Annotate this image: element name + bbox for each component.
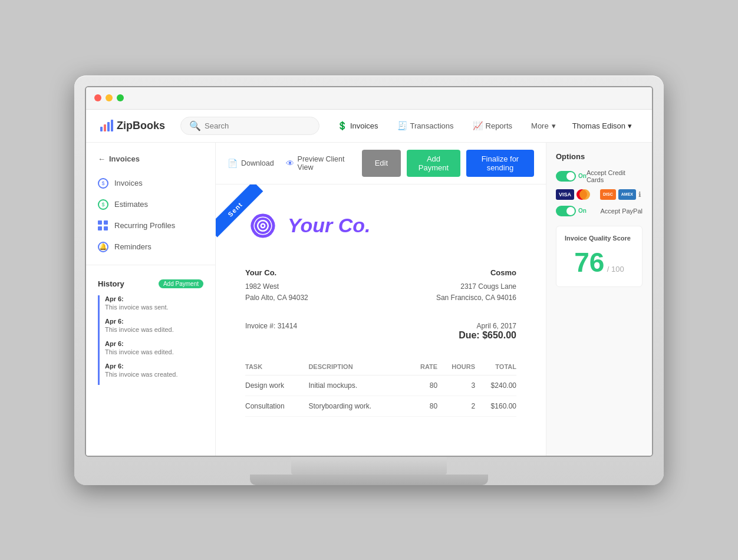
row2-description: Storyboarding work. (308, 396, 410, 416)
row1-task: Design work (245, 375, 308, 396)
invoice-parties: Your Co. 1982 West Palo Alto, CA 94032 C… (245, 267, 516, 304)
logo: ZipBooks (100, 120, 165, 132)
search-icon: 🔍 (189, 120, 201, 131)
invoice-due-amount: Due: $650.00 (459, 330, 516, 341)
history-text-3: This invoice was edited. (105, 348, 174, 355)
invoice-from: Your Co. 1982 West Palo Alto, CA 94032 (245, 267, 308, 304)
quality-score: 76 (574, 247, 604, 278)
preview-label: Preview Client View (298, 155, 350, 172)
paypal-option: On Accept PayPal (556, 206, 643, 216)
quality-section: Invoice Quality Score 76 / 100 (556, 226, 643, 287)
invoice-date: April 6, 2017 (459, 322, 516, 330)
history-timeline-line (98, 295, 100, 318)
invoices-icon: 💲 (337, 121, 347, 130)
invoice-paper: Sent Your Co. (216, 185, 546, 456)
add-payment-badge[interactable]: Add Payment (159, 279, 203, 288)
history-content-1: Apr 6: This invoice was sent. (98, 295, 169, 311)
nav-invoices[interactable]: 💲 Invoices (329, 117, 387, 134)
history-timeline-line-2 (98, 318, 100, 340)
mastercard-icon (576, 189, 587, 200)
window-controls (94, 94, 124, 101)
sidebar-reminders-label: Reminders (114, 242, 151, 251)
user-menu[interactable]: Thomas Edison ▾ (566, 118, 638, 134)
history-date-1: Apr 6: (105, 295, 169, 302)
col-rate: Rate (410, 358, 437, 375)
row1-hours: 3 (437, 375, 475, 396)
paypal-toggle-wrap: On (556, 206, 587, 216)
preview-link[interactable]: 👁 Preview Client View (286, 155, 350, 172)
maximize-button[interactable] (117, 94, 124, 101)
credit-cards-label: Accept Credit Cards (587, 169, 643, 183)
nav-invoices-label: Invoices (350, 121, 378, 130)
invoices-menu-icon: $ (98, 178, 108, 189)
add-payment-button[interactable]: Add Payment (407, 150, 460, 177)
history-date-3: Apr 6: (105, 340, 174, 347)
row2-rate: 80 (410, 396, 437, 416)
to-address2: San Francisco, CA 94016 (436, 292, 516, 304)
history-content-4: Apr 6: This invoice was created. (98, 363, 178, 378)
history-content-2: Apr 6: This invoice was edited. (98, 318, 174, 333)
history-entry-2: Apr 6: This invoice was edited. (98, 318, 203, 333)
sidebar-item-profiles[interactable]: Recurring Profiles (86, 215, 215, 236)
col-hours: Hours (437, 358, 475, 375)
history-section: History Add Payment Apr 6: This invoice … (86, 272, 215, 378)
history-text-4: This invoice was created. (105, 371, 178, 378)
edit-button[interactable]: Edit (362, 150, 401, 177)
invoice-table-header: Task Description Rate Hours Total (245, 358, 516, 375)
due-label: Due: (459, 330, 480, 340)
invoice-area: Sent Your Co. (216, 185, 546, 456)
sidebar-divider (86, 265, 215, 265)
minimize-button[interactable] (106, 94, 113, 101)
history-entry-3: Apr 6: This invoice was edited. (98, 340, 203, 355)
sidebar-item-estimates[interactable]: $ Estimates (86, 194, 215, 215)
invoice-due: April 6, 2017 Due: $650.00 (459, 322, 516, 341)
credit-cards-option: On Accept Credit Cards (556, 169, 643, 183)
finalize-button[interactable]: Finalize for sending (466, 150, 534, 177)
due-amount: $650.00 (482, 330, 516, 340)
col-description: Description (308, 358, 410, 375)
sidebar-item-invoices[interactable]: $ Invoices (86, 173, 215, 194)
to-name: Cosmo (436, 267, 516, 279)
invoice-header: Your Co. (245, 208, 516, 243)
close-button[interactable] (94, 94, 101, 101)
search-input[interactable] (205, 121, 311, 130)
nav-transactions[interactable]: 🧾 Transactions (389, 117, 462, 134)
options-title: Options (556, 152, 643, 161)
history-timeline-line-4 (98, 363, 100, 385)
reports-icon: 📈 (473, 121, 483, 130)
sidebar-menu: $ Invoices $ Estimates Recurring Profile… (86, 173, 215, 258)
discover-icon: DISC (600, 189, 616, 200)
download-link[interactable]: 📄 Download (228, 159, 274, 168)
search-box[interactable]: 🔍 (180, 117, 319, 135)
action-bar: 📄 Download 👁 Preview Client View Edit Ad… (216, 143, 546, 185)
navbar: ZipBooks 🔍 💲 Invoices 🧾 Transactions 📈 R… (86, 110, 652, 143)
row1-total: $240.00 (475, 375, 516, 396)
history-entry-4: Apr 6: This invoice was created. (98, 363, 203, 378)
invoice-table-body: Design work Initial mockups. 80 3 $240.0… (245, 375, 516, 416)
nav-more[interactable]: More ▾ (523, 118, 564, 134)
quality-max: / 100 (607, 265, 624, 274)
credit-cards-toggle[interactable] (556, 171, 576, 182)
table-row: Design work Initial mockups. 80 3 $240.0… (245, 375, 516, 396)
nav-more-label: More (531, 121, 549, 130)
from-address2: Palo Alto, CA 94032 (245, 292, 308, 304)
card-info-icon[interactable]: ℹ (638, 190, 641, 199)
row1-rate: 80 (410, 375, 437, 396)
transactions-icon: 🧾 (397, 121, 407, 130)
sidebar-item-reminders[interactable]: 🔔 Reminders (86, 236, 215, 258)
history-date-4: Apr 6: (105, 363, 178, 370)
invoice-table: Task Description Rate Hours Total Design… (245, 358, 516, 417)
visa-icon: VISA (556, 189, 574, 200)
invoice-company-name: Your Co. (288, 214, 370, 237)
to-address1: 2317 Cougs Lane (436, 281, 516, 292)
chevron-down-icon: ▾ (552, 121, 556, 130)
credit-cards-toggle-wrap: On (556, 171, 587, 182)
paypal-toggle[interactable] (556, 206, 576, 216)
row2-total: $160.00 (475, 396, 516, 416)
sidebar-back-invoices[interactable]: ← Invoices (86, 154, 215, 173)
nav-reports-label: Reports (486, 121, 513, 130)
quality-score-display: 76 / 100 (565, 246, 634, 278)
nav-reports[interactable]: 📈 Reports (464, 117, 521, 134)
content-area: 📄 Download 👁 Preview Client View Edit Ad… (216, 143, 546, 456)
from-name: Your Co. (245, 267, 308, 279)
